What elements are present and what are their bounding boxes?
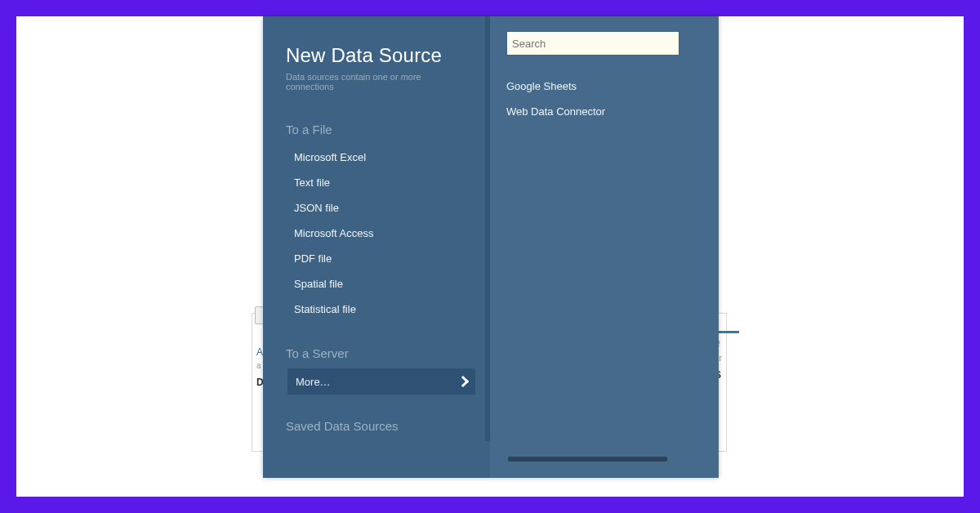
search-input[interactable] xyxy=(506,31,679,56)
dialog-title: New Data Source xyxy=(286,44,467,67)
app-background: # ar S A a D New Data Source Data source… xyxy=(16,16,964,497)
dialog-subtitle: Data sources contain one or more connect… xyxy=(286,72,467,91)
file-connector-list: Microsoft Excel Text file JSON file Micr… xyxy=(286,145,467,322)
file-connector-json[interactable]: JSON file xyxy=(294,195,467,221)
file-connector-statistical[interactable]: Statistical file xyxy=(294,297,467,322)
bg-col-val: S xyxy=(715,369,749,381)
bg-col-head: # xyxy=(715,339,749,350)
bg-col-sub: ar xyxy=(715,354,749,363)
section-saved-sources: Saved Data Sources xyxy=(286,419,467,433)
file-connector-access[interactable]: Microsoft Access xyxy=(294,221,467,246)
right-panel-scrollbar[interactable] xyxy=(508,457,667,462)
dialog-left-panel: New Data Source Data sources contain one… xyxy=(263,16,490,478)
server-more-button[interactable]: More… xyxy=(287,368,475,395)
file-connector-text[interactable]: Text file xyxy=(294,170,467,195)
section-to-a-file: To a File xyxy=(286,123,467,136)
new-data-source-dialog: New Data Source Data sources contain one… xyxy=(263,16,719,478)
section-to-a-server: To a Server xyxy=(286,346,467,360)
server-connector-web-data[interactable]: Web Data Connector xyxy=(506,99,702,124)
chevron-right-icon xyxy=(457,376,469,387)
file-connector-pdf[interactable]: PDF file xyxy=(294,246,467,271)
server-connector-list: Google Sheets Web Data Connector xyxy=(506,74,702,124)
dialog-right-panel: Google Sheets Web Data Connector xyxy=(490,16,719,478)
server-connector-google-sheets[interactable]: Google Sheets xyxy=(506,74,702,99)
file-connector-excel[interactable]: Microsoft Excel xyxy=(294,145,467,170)
bg-column-right: # ar S xyxy=(715,339,749,381)
file-connector-spatial[interactable]: Spatial file xyxy=(294,271,467,297)
server-more-label: More… xyxy=(296,376,331,388)
